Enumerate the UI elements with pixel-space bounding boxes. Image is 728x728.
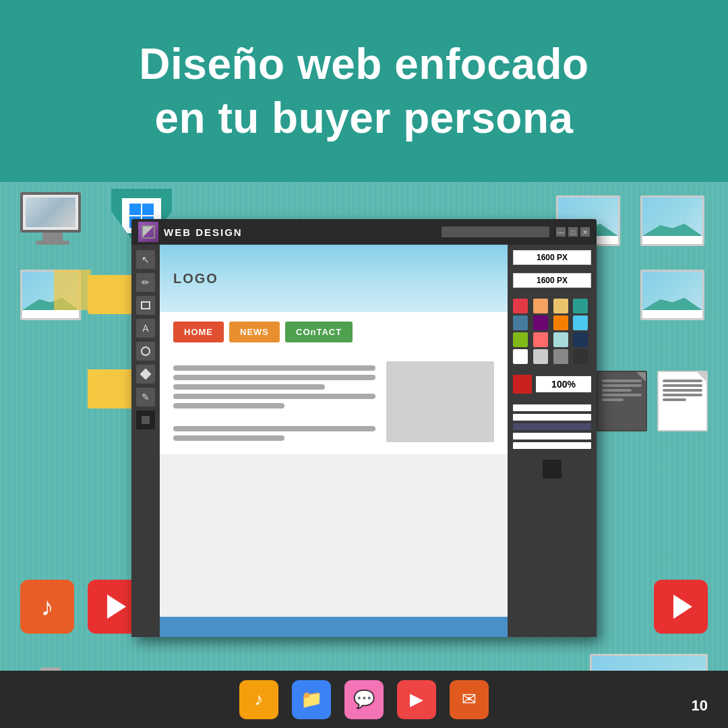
img-frame-inner-r2 (642, 198, 702, 236)
color-swatch[interactable] (553, 299, 568, 313)
play-triangle-icon (107, 595, 126, 619)
nav-home-button[interactable]: HOME (173, 322, 224, 342)
monitor-screen (20, 192, 81, 233)
img-white-bar-r2 (642, 236, 702, 244)
doc-line (663, 384, 702, 387)
doc-line-dark (602, 394, 642, 396)
tool-pencil2[interactable]: ✎ (136, 388, 155, 406)
monitor-stand (42, 233, 63, 241)
tool-shape[interactable] (136, 342, 155, 361)
color-swatch[interactable] (533, 299, 548, 313)
image-frame-right-2 (640, 195, 704, 246)
doc-line-dark (602, 384, 642, 387)
pencil2-icon: ✎ (142, 392, 150, 402)
img-mountain-r3 (642, 295, 702, 310)
image-frame-right-3 (640, 270, 704, 320)
window-icon-inner (142, 225, 155, 239)
tool-pen[interactable]: ✏ (136, 273, 155, 292)
monitor-base (36, 241, 69, 245)
mail-taskbar-icon: ✉ (462, 689, 477, 710)
taskbar-notes[interactable]: 💬 (344, 680, 384, 719)
taskbar-play[interactable]: ▶ (397, 680, 436, 719)
diamond-icon (140, 369, 152, 380)
color-swatch[interactable] (533, 332, 548, 347)
folder-tab (91, 275, 115, 282)
color-swatch[interactable] (553, 349, 568, 364)
canvas-header: LOGO (160, 245, 508, 312)
doc-line (663, 394, 702, 396)
doc-line-dark (602, 398, 624, 401)
nav-news-button[interactable]: NEWS (229, 322, 280, 342)
play-icon-right (654, 580, 708, 634)
color-swatch[interactable] (573, 332, 588, 347)
panel-rows (513, 404, 591, 449)
color-swatch[interactable] (513, 299, 528, 313)
content-text-area (173, 361, 375, 445)
img-mountain-r2 (642, 220, 702, 236)
img-white-bar (22, 310, 79, 318)
image-frame-large-right (590, 654, 708, 671)
taskbar-mail[interactable]: ✉ (450, 680, 489, 719)
left-toolbar: ↖ ✏ A (131, 245, 160, 637)
color-swatch[interactable] (513, 349, 528, 364)
content-image-placeholder (386, 361, 494, 442)
canvas-footer (160, 617, 508, 637)
monitor-screen-inner (26, 198, 75, 227)
tool-cursor[interactable]: ↖ (136, 250, 155, 269)
circle-icon (141, 346, 150, 356)
window-titlebar: WEB DESIGN — □ ✕ (131, 219, 597, 245)
tool-square-dark[interactable] (136, 411, 155, 429)
zoom-display: 100% (536, 376, 591, 392)
win-sq (129, 204, 141, 215)
color-swatch[interactable] (513, 332, 528, 347)
canvas-content (160, 352, 508, 454)
sticky-note-2 (54, 270, 91, 310)
window-title: WEB DESIGN (164, 226, 442, 238)
size-input-1[interactable]: 1600 PX (513, 250, 591, 265)
doc-line (663, 398, 686, 401)
music-taskbar-icon: ♪ (255, 689, 264, 710)
folder-tab-2 (91, 369, 115, 376)
doc-line-dark (602, 389, 632, 392)
content-line (173, 403, 284, 408)
nav-contact-button[interactable]: COnTACT (285, 322, 353, 342)
content-line (173, 384, 325, 390)
color-swatch[interactable] (513, 315, 528, 330)
panel-row-3 (513, 433, 591, 439)
canvas-area: LOGO HOME NEWS COnTACT (160, 245, 508, 637)
taskbar-music[interactable]: ♪ (239, 680, 278, 719)
minimize-button[interactable]: — (556, 227, 566, 237)
music-icon-box: ♪ (20, 580, 74, 634)
size-input-2[interactable]: 1600 PX (513, 273, 591, 288)
panel-row-colored (513, 423, 591, 430)
red-color-box[interactable] (513, 375, 532, 394)
color-swatch[interactable] (553, 315, 568, 330)
header-section: Diseño web enfocado en tu buyer persona (0, 0, 728, 182)
right-panel: 1600 PX 1600 PX 100% (508, 245, 597, 637)
color-swatch[interactable] (533, 315, 548, 330)
app: Diseño web enfocado en tu buyer persona (0, 0, 728, 728)
panel-row-4 (513, 442, 591, 449)
taskbar-folder[interactable]: 📁 (292, 680, 331, 719)
color-swatch[interactable] (573, 299, 588, 313)
play-triangle-right (673, 595, 692, 619)
tool-rect[interactable] (136, 296, 155, 315)
color-swatch[interactable] (573, 349, 588, 364)
color-swatch[interactable] (553, 332, 568, 347)
doc-fold (697, 372, 706, 382)
content-spacer (173, 413, 375, 422)
play-taskbar-icon: ▶ (410, 689, 423, 710)
music-note-icon: ♪ (41, 593, 54, 621)
headline-line2: en tu buyer persona (154, 94, 573, 142)
nav-buttons: HOME NEWS COnTACT (160, 312, 508, 352)
tool-text[interactable]: A (136, 319, 155, 338)
img-frame-inner-lr (592, 656, 706, 671)
tool-diamond[interactable] (136, 365, 155, 384)
color-swatch[interactable] (533, 349, 548, 364)
close-button[interactable]: ✕ (580, 227, 590, 237)
img-white-bar-r3 (642, 310, 702, 318)
content-line (173, 365, 375, 371)
color-swatch[interactable] (573, 315, 588, 330)
maximize-button[interactable]: □ (568, 227, 578, 237)
content-line (173, 394, 375, 399)
